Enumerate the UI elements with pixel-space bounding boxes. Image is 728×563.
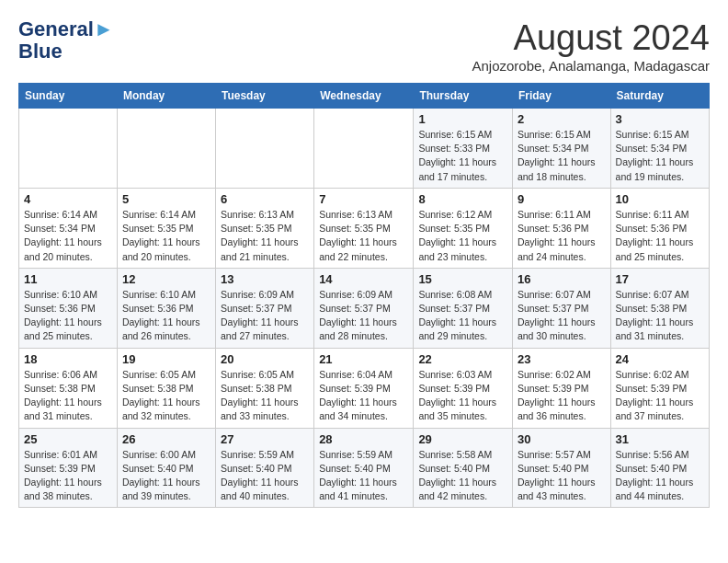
day-info: Sunrise: 6:05 AM Sunset: 5:38 PM Dayligh… (122, 368, 210, 424)
day-number: 7 (319, 192, 408, 206)
day-info: Sunrise: 6:02 AM Sunset: 5:39 PM Dayligh… (518, 368, 606, 424)
day-cell: 28Sunrise: 5:59 AM Sunset: 5:40 PM Dayli… (314, 428, 414, 508)
day-number: 9 (518, 192, 606, 206)
day-cell: 12Sunrise: 6:10 AM Sunset: 5:36 PM Dayli… (117, 268, 215, 348)
day-number: 10 (616, 192, 704, 206)
day-info: Sunrise: 6:15 AM Sunset: 5:33 PM Dayligh… (418, 128, 507, 184)
day-number: 20 (221, 352, 309, 366)
day-info: Sunrise: 6:03 AM Sunset: 5:39 PM Dayligh… (418, 368, 507, 424)
day-cell: 24Sunrise: 6:02 AM Sunset: 5:39 PM Dayli… (610, 348, 709, 428)
column-header-thursday: Thursday (414, 84, 513, 109)
column-header-monday: Monday (117, 84, 215, 109)
day-cell: 29Sunrise: 5:58 AM Sunset: 5:40 PM Dayli… (414, 428, 513, 508)
day-cell: 26Sunrise: 6:00 AM Sunset: 5:40 PM Dayli… (117, 428, 215, 508)
day-cell: 4Sunrise: 6:14 AM Sunset: 5:34 PM Daylig… (19, 188, 118, 268)
day-number: 1 (418, 112, 507, 126)
column-header-saturday: Saturday (610, 84, 709, 109)
day-cell: 1Sunrise: 6:15 AM Sunset: 5:33 PM Daylig… (414, 109, 513, 189)
day-cell: 10Sunrise: 6:11 AM Sunset: 5:36 PM Dayli… (610, 188, 709, 268)
day-cell: 20Sunrise: 6:05 AM Sunset: 5:38 PM Dayli… (215, 348, 313, 428)
calendar-table: SundayMondayTuesdayWednesdayThursdayFrid… (18, 83, 710, 508)
day-number: 16 (518, 272, 606, 286)
day-cell (314, 109, 414, 189)
day-cell: 7Sunrise: 6:13 AM Sunset: 5:35 PM Daylig… (314, 188, 414, 268)
day-cell: 19Sunrise: 6:05 AM Sunset: 5:38 PM Dayli… (117, 348, 215, 428)
logo: General►Blue (18, 18, 114, 63)
day-info: Sunrise: 6:07 AM Sunset: 5:38 PM Dayligh… (616, 288, 704, 344)
day-number: 12 (122, 272, 210, 286)
day-number: 3 (616, 112, 704, 126)
day-number: 25 (24, 432, 112, 446)
day-number: 29 (418, 432, 507, 446)
day-cell (117, 109, 215, 189)
day-number: 26 (122, 432, 210, 446)
column-header-friday: Friday (512, 84, 610, 109)
day-number: 22 (418, 352, 507, 366)
day-info: Sunrise: 5:59 AM Sunset: 5:40 PM Dayligh… (319, 448, 408, 504)
week-row-4: 18Sunrise: 6:06 AM Sunset: 5:38 PM Dayli… (19, 348, 710, 428)
day-info: Sunrise: 6:09 AM Sunset: 5:37 PM Dayligh… (221, 288, 309, 344)
day-number: 5 (122, 192, 210, 206)
day-cell: 21Sunrise: 6:04 AM Sunset: 5:39 PM Dayli… (314, 348, 414, 428)
day-info: Sunrise: 6:14 AM Sunset: 5:34 PM Dayligh… (24, 208, 112, 264)
day-cell: 23Sunrise: 6:02 AM Sunset: 5:39 PM Dayli… (512, 348, 610, 428)
day-number: 31 (616, 432, 704, 446)
day-info: Sunrise: 6:02 AM Sunset: 5:39 PM Dayligh… (616, 368, 704, 424)
day-info: Sunrise: 6:06 AM Sunset: 5:38 PM Dayligh… (24, 368, 112, 424)
day-number: 21 (319, 352, 408, 366)
day-info: Sunrise: 6:11 AM Sunset: 5:36 PM Dayligh… (616, 208, 704, 264)
day-number: 11 (24, 272, 112, 286)
day-cell: 22Sunrise: 6:03 AM Sunset: 5:39 PM Dayli… (414, 348, 513, 428)
day-number: 23 (518, 352, 606, 366)
day-number: 6 (221, 192, 309, 206)
calendar-header-row: SundayMondayTuesdayWednesdayThursdayFrid… (19, 84, 710, 109)
day-info: Sunrise: 6:09 AM Sunset: 5:37 PM Dayligh… (319, 288, 408, 344)
day-cell: 2Sunrise: 6:15 AM Sunset: 5:34 PM Daylig… (512, 109, 610, 189)
day-number: 27 (221, 432, 309, 446)
day-info: Sunrise: 6:13 AM Sunset: 5:35 PM Dayligh… (319, 208, 408, 264)
day-cell: 8Sunrise: 6:12 AM Sunset: 5:35 PM Daylig… (414, 188, 513, 268)
day-number: 24 (616, 352, 704, 366)
day-cell: 11Sunrise: 6:10 AM Sunset: 5:36 PM Dayli… (19, 268, 118, 348)
day-info: Sunrise: 6:14 AM Sunset: 5:35 PM Dayligh… (122, 208, 210, 264)
day-cell: 5Sunrise: 6:14 AM Sunset: 5:35 PM Daylig… (117, 188, 215, 268)
title-block: August 2024 Anjozorobe, Analamanga, Mada… (472, 18, 710, 74)
week-row-5: 25Sunrise: 6:01 AM Sunset: 5:39 PM Dayli… (19, 428, 710, 508)
day-cell: 6Sunrise: 6:13 AM Sunset: 5:35 PM Daylig… (215, 188, 313, 268)
day-number: 19 (122, 352, 210, 366)
day-number: 17 (616, 272, 704, 286)
day-cell: 30Sunrise: 5:57 AM Sunset: 5:40 PM Dayli… (512, 428, 610, 508)
day-cell: 15Sunrise: 6:08 AM Sunset: 5:37 PM Dayli… (414, 268, 513, 348)
logo-text: General►Blue (18, 18, 114, 63)
day-cell: 31Sunrise: 5:56 AM Sunset: 5:40 PM Dayli… (610, 428, 709, 508)
day-number: 18 (24, 352, 112, 366)
day-number: 28 (319, 432, 408, 446)
day-number: 14 (319, 272, 408, 286)
location: Anjozorobe, Analamanga, Madagascar (472, 58, 710, 74)
day-number: 4 (24, 192, 112, 206)
day-info: Sunrise: 6:12 AM Sunset: 5:35 PM Dayligh… (418, 208, 507, 264)
column-header-tuesday: Tuesday (215, 84, 313, 109)
day-cell: 16Sunrise: 6:07 AM Sunset: 5:37 PM Dayli… (512, 268, 610, 348)
day-info: Sunrise: 5:57 AM Sunset: 5:40 PM Dayligh… (518, 448, 606, 504)
day-cell (19, 109, 118, 189)
day-info: Sunrise: 6:05 AM Sunset: 5:38 PM Dayligh… (221, 368, 309, 424)
calendar-body: 1Sunrise: 6:15 AM Sunset: 5:33 PM Daylig… (19, 109, 710, 508)
day-number: 13 (221, 272, 309, 286)
day-cell: 17Sunrise: 6:07 AM Sunset: 5:38 PM Dayli… (610, 268, 709, 348)
month-year: August 2024 (472, 18, 710, 58)
day-cell (215, 109, 313, 189)
day-cell: 27Sunrise: 5:59 AM Sunset: 5:40 PM Dayli… (215, 428, 313, 508)
day-info: Sunrise: 6:15 AM Sunset: 5:34 PM Dayligh… (518, 128, 606, 184)
day-number: 2 (518, 112, 606, 126)
week-row-1: 1Sunrise: 6:15 AM Sunset: 5:33 PM Daylig… (19, 109, 710, 189)
day-cell: 13Sunrise: 6:09 AM Sunset: 5:37 PM Dayli… (215, 268, 313, 348)
day-info: Sunrise: 6:10 AM Sunset: 5:36 PM Dayligh… (122, 288, 210, 344)
day-cell: 14Sunrise: 6:09 AM Sunset: 5:37 PM Dayli… (314, 268, 414, 348)
day-info: Sunrise: 6:13 AM Sunset: 5:35 PM Dayligh… (221, 208, 309, 264)
column-header-sunday: Sunday (19, 84, 118, 109)
day-info: Sunrise: 6:15 AM Sunset: 5:34 PM Dayligh… (616, 128, 704, 184)
day-info: Sunrise: 5:58 AM Sunset: 5:40 PM Dayligh… (418, 448, 507, 504)
day-info: Sunrise: 5:56 AM Sunset: 5:40 PM Dayligh… (616, 448, 704, 504)
day-info: Sunrise: 5:59 AM Sunset: 5:40 PM Dayligh… (221, 448, 309, 504)
